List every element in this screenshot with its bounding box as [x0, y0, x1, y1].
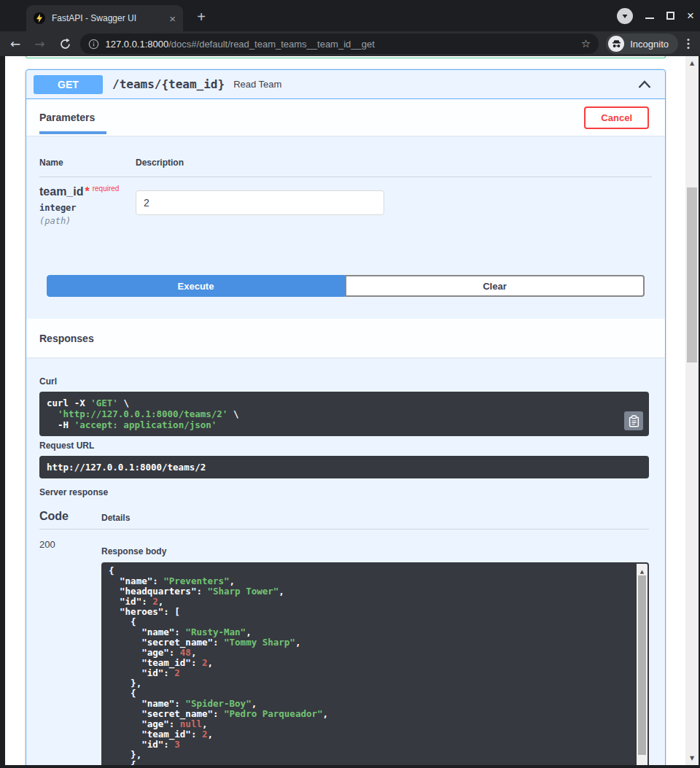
code-token: , [279, 586, 284, 597]
code-token: 2 [174, 667, 180, 678]
method-badge: GET [34, 75, 103, 94]
code-token: null [180, 718, 202, 729]
code-token: "id": [109, 667, 174, 678]
cancel-button[interactable]: Cancel [584, 106, 649, 129]
copy-to-clipboard-button[interactable] [624, 411, 643, 430]
code-token: , [191, 647, 197, 658]
response-json-line: "name": "Rusty-Man", [109, 627, 630, 637]
code-token: { [109, 688, 136, 699]
tab-close-icon[interactable]: × [169, 13, 176, 24]
curl-line: curl -X 'GET' \ [47, 397, 620, 408]
parameters-table-header: Name Description [39, 158, 652, 177]
status-code: 200 [39, 539, 101, 765]
code-token: "Spider-Boy" [185, 698, 251, 709]
new-tab-button[interactable]: + [192, 8, 210, 26]
browser-toolbar: ← → 127.0.0.1:8000/docs#/default/read_te… [0, 31, 700, 56]
browser-update-icon[interactable] [617, 8, 633, 24]
code-token: "secret_name": [109, 637, 224, 648]
url-host: 127.0.0.1:8000 [106, 39, 169, 50]
code-token: }, [109, 749, 141, 760]
minimize-button[interactable] [645, 18, 654, 19]
back-button[interactable]: ← [10, 38, 20, 50]
reload-button[interactable] [59, 38, 71, 50]
name-column-header: Name [39, 158, 136, 168]
response-json-line: { [109, 566, 630, 576]
code-token: "team_id": [109, 657, 202, 668]
bookmark-star-icon[interactable]: ☆ [581, 37, 591, 50]
opblock-summary[interactable]: GET /teams/{team_id} Read Team [26, 70, 665, 99]
window-close-button[interactable]: × [687, 9, 694, 22]
code-token: \ [228, 408, 238, 419]
response-json-line: }, [109, 678, 630, 689]
url-bar[interactable]: 127.0.0.1:8000/docs#/default/read_team_t… [80, 34, 599, 54]
browser-menu-button[interactable] [687, 38, 690, 50]
response-json-line: "secret_name": "Tommy Sharp", [109, 637, 630, 648]
response-json-line: "age": null, [109, 719, 630, 729]
execute-button[interactable]: Execute [47, 275, 345, 297]
page-scroll-down-icon[interactable]: ▼ [685, 755, 699, 761]
response-json-line: }, [109, 750, 630, 760]
response-json-line: "name": "Spider-Boy", [109, 699, 630, 709]
forward-button[interactable]: → [34, 38, 44, 50]
request-url-value: http://127.0.0.1:8000/teams/2 [47, 462, 206, 473]
response-json-line: { [109, 617, 630, 627]
responses-area: Curl curl -X 'GET' \ 'http://127.0.0.1:8… [26, 357, 665, 765]
code-token: "age": [109, 718, 180, 729]
browser-window: FastAPI - Swagger UI × + × ← → [0, 0, 700, 768]
response-json-line: "headquarters": "Sharp Tower", [109, 586, 630, 597]
page-scroll-up-icon[interactable]: ▲ [685, 60, 699, 66]
response-json-line: "id": 2 [109, 668, 630, 678]
details-column-header: Details [101, 513, 130, 523]
page-scrollbar-thumb[interactable] [687, 187, 697, 362]
response-details-cell: Response body { "name": "Preventers", "h… [101, 539, 649, 765]
code-token: 48 [180, 647, 191, 658]
code-token: 'http://127.0.0.1:8000/teams/2' [58, 408, 228, 419]
response-body-scrollbar[interactable]: ▲ [637, 564, 648, 765]
code-token: -H [47, 419, 74, 430]
code-token: , [158, 596, 164, 607]
response-row: 200 Response body { "name": "Preventers"… [39, 539, 649, 765]
endpoint-summary: Read Team [233, 79, 281, 90]
page-scrollbar[interactable]: ▲ ▼ [685, 56, 699, 765]
browser-tab[interactable]: FastAPI - Swagger UI × [26, 5, 183, 31]
code-token: \ [118, 397, 129, 408]
collapse-chevron-icon[interactable] [637, 79, 652, 89]
parameter-name-cell: team_id*required integer (path) [39, 185, 136, 226]
code-token: { [109, 616, 136, 627]
response-json-line: "secret_name": "Pedro Parqueador", [109, 709, 630, 719]
url-text: 127.0.0.1:8000/docs#/default/read_team_t… [106, 39, 575, 50]
code-token: "name": [109, 575, 163, 586]
team-id-input[interactable] [136, 190, 384, 215]
fastapi-favicon-icon [34, 12, 45, 24]
code-token: { [109, 565, 114, 576]
response-body-block: { "name": "Preventers", "headquarters": … [101, 562, 649, 765]
code-token: , [246, 627, 252, 637]
maximize-button[interactable] [666, 12, 674, 20]
tab-parameters[interactable]: Parameters [39, 99, 95, 136]
response-scrollbar-thumb[interactable] [638, 575, 646, 755]
code-token: "Sharp Tower" [207, 586, 279, 597]
description-column-header: Description [136, 158, 184, 168]
code-token: 'accept: application/json' [74, 419, 217, 430]
response-json-line: { [109, 689, 630, 699]
parameter-value-cell [136, 185, 384, 226]
incognito-label: Incognito [630, 39, 669, 50]
code-token: 3 [174, 739, 180, 750]
code-column-header: Code [39, 510, 101, 523]
response-json-line: "age": 48, [109, 648, 630, 658]
curl-line: 'http://127.0.0.1:8000/teams/2' \ [47, 408, 620, 419]
clear-button[interactable]: Clear [345, 275, 645, 297]
code-token: , [207, 657, 213, 668]
code-token: "Pedro Parqueador" [224, 708, 322, 719]
response-json-line: "name": "Preventers", [109, 576, 630, 586]
code-token: , [295, 637, 301, 648]
site-info-icon[interactable] [88, 39, 99, 50]
code-token: "id": [109, 596, 152, 607]
parameters-area: Name Description team_id*required intege… [26, 136, 665, 226]
response-json-line: { [109, 760, 630, 765]
code-token: "name": [109, 627, 185, 637]
page-content: GET /teams/{team_id} Read Team Parameter… [5, 56, 699, 765]
code-token: "heroes": [109, 606, 174, 617]
parameter-type: integer [39, 203, 136, 213]
code-token: "Tommy Sharp" [224, 637, 295, 648]
